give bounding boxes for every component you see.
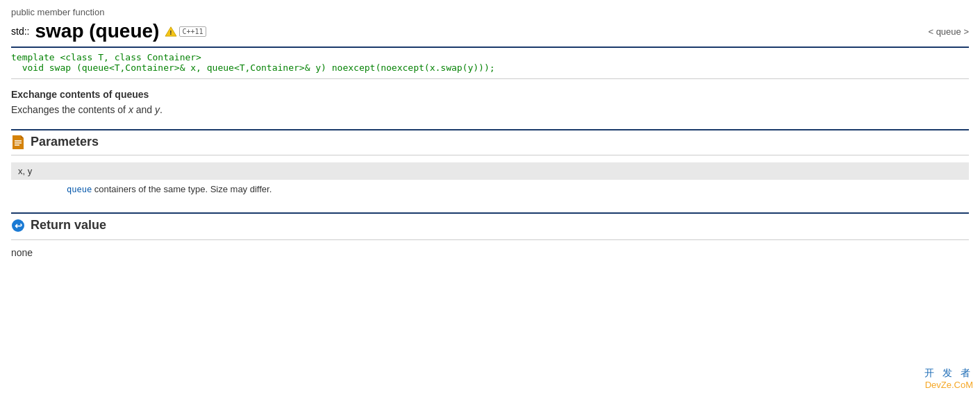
code-line-1: template <class T, class Container>	[11, 52, 969, 62]
svg-text:!: !	[170, 28, 172, 36]
return-section-header: ↩ Return value	[11, 212, 969, 233]
title-main: swap (queue)	[35, 20, 159, 42]
desc-y: y	[155, 104, 160, 115]
parameters-header: Parameters	[11, 129, 969, 149]
desc-mid: and	[133, 104, 155, 115]
devze-watermark: 开 发 者 DevZe.CoM	[924, 367, 973, 390]
cpp-tag: C++11	[179, 26, 206, 37]
params-xy-label: x, y	[11, 162, 969, 180]
return-header-row: ↩ Return value	[11, 218, 969, 233]
public-member-label: public member function	[11, 7, 969, 17]
code-block: template <class T, class Container> void…	[11, 47, 969, 79]
return-none-value: none	[11, 247, 969, 258]
description-text: Exchanges the contents of x and y.	[11, 104, 969, 115]
return-icon: ↩	[11, 219, 25, 233]
title-row: std::swap (queue) ! C++11 < queue >	[11, 20, 969, 42]
devze-domain: DevZe.CoM	[924, 380, 973, 390]
exchange-title: Exchange contents of queues	[11, 89, 969, 100]
param-desc: containers of the same type. Size may di…	[92, 184, 272, 194]
param-type: queue	[67, 185, 92, 194]
cpp-badge: ! C++11	[165, 26, 206, 37]
desc-end: .	[160, 104, 163, 115]
params-table: x, y queue containers of the same type. …	[11, 162, 969, 198]
warning-icon: !	[165, 26, 177, 37]
nav-right: < queue >	[928, 26, 969, 37]
svg-marker-3	[21, 135, 24, 138]
parameters-icon	[11, 135, 25, 149]
params-row-header: x, y	[11, 162, 969, 180]
params-detail-cell: queue containers of the same type. Size …	[11, 180, 969, 198]
devze-chinese: 开 发 者	[924, 367, 973, 380]
params-divider	[11, 155, 969, 155]
parameters-title: Parameters	[31, 135, 99, 149]
desc-x: x	[128, 104, 133, 115]
return-divider	[11, 239, 969, 240]
return-value-title: Return value	[31, 218, 106, 233]
params-row-detail: queue containers of the same type. Size …	[11, 180, 969, 198]
svg-text:↩: ↩	[15, 221, 22, 231]
code-line-2: void swap (queue<T,Container>& x, queue<…	[11, 62, 969, 73]
title-prefix: std::	[11, 26, 29, 37]
title-left: std::swap (queue) ! C++11	[11, 20, 206, 42]
desc-prefix: Exchanges the contents of	[11, 104, 128, 115]
